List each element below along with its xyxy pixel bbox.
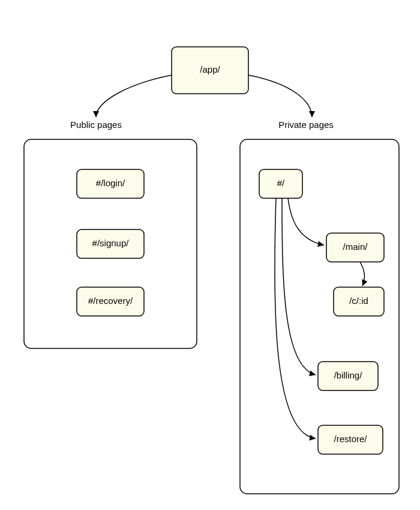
- node-billing: /billing/: [318, 362, 378, 390]
- node-signup: #/signup/: [77, 229, 144, 258]
- edge-hash-to-main: [288, 198, 324, 245]
- edge-root-to-private: [248, 75, 312, 117]
- group-private-title: Private pages: [278, 120, 334, 130]
- edge-main-to-cid: [360, 262, 364, 286]
- node-root: /app/: [172, 47, 248, 94]
- node-hash-label: #/: [277, 178, 285, 188]
- node-cid-label: /c/:id: [349, 296, 368, 306]
- node-main: /main/: [326, 233, 384, 262]
- node-root-label: /app/: [200, 64, 220, 74]
- group-public-title: Public pages: [70, 120, 122, 130]
- node-signup-label: #/signup/: [92, 238, 130, 248]
- node-login-label: #/login/: [96, 178, 125, 188]
- node-cid: /c/:id: [334, 287, 384, 316]
- edge-root-to-public: [96, 75, 172, 117]
- node-restore: /restore/: [318, 425, 383, 454]
- routing-diagram: /app/ Public pages Private pages #/login…: [0, 0, 420, 510]
- node-login: #/login/: [77, 169, 144, 198]
- node-hash: #/: [259, 169, 302, 198]
- edge-hash-to-billing: [282, 198, 316, 375]
- node-restore-label: /restore/: [334, 434, 367, 444]
- node-main-label: /main/: [343, 241, 368, 252]
- edge-hash-to-restore: [275, 198, 316, 439]
- node-recovery: #/recovery/: [77, 287, 144, 316]
- node-recovery-label: #/recovery/: [88, 296, 133, 306]
- node-billing-label: /billing/: [334, 370, 363, 380]
